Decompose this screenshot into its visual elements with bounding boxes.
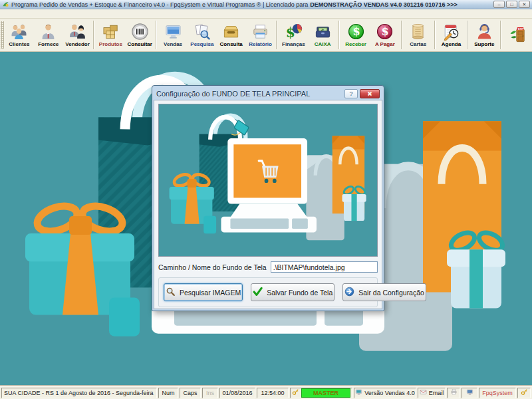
supplier-icon (39, 23, 57, 41)
toolbar-separator (434, 21, 436, 49)
status-version: Versão Vendas 4.0 (354, 388, 416, 398)
toolbar-pesquisa[interactable]: Pesquisa (188, 19, 217, 51)
products-icon (102, 23, 120, 41)
window-titlebar: Programa Pedido de Vendas + Estoque & Fi… (0, 0, 532, 9)
minimize-button[interactable]: – (493, 1, 505, 8)
toolbar-separator (500, 21, 501, 49)
sales-icon (164, 23, 182, 41)
wallpaper-preview (158, 104, 378, 257)
monitor-icon (355, 388, 362, 397)
terminal-icon (466, 388, 473, 397)
printer-icon (450, 388, 458, 397)
restore-button[interactable]: □ (506, 1, 517, 8)
toolbar-relatorio[interactable]: Relatório (246, 19, 275, 51)
toolbar: Clientes Fornece Vendedor Produtos Consu… (0, 19, 532, 52)
menu-bar (0, 9, 532, 19)
close-button[interactable]: ✕ (519, 1, 530, 8)
magnifier-icon (166, 287, 176, 298)
toolbar-separator (93, 21, 94, 49)
window-controls: – □ ✕ (493, 1, 530, 8)
toolbar-vendedor[interactable]: Vendedor (63, 19, 92, 51)
status-user: MASTER (290, 388, 352, 398)
status-email: Email (418, 388, 446, 398)
wallpaper-preview-image (159, 104, 377, 256)
toolbar-separator (276, 21, 277, 49)
app-icon (2, 1, 9, 8)
receive-icon (347, 23, 365, 41)
report-icon (251, 23, 269, 41)
toolbar-sair[interactable] (503, 19, 532, 51)
status-location: SUA CIDADE - RS 1 de Agosto de 2016 - Se… (1, 388, 157, 398)
dialog-titlebar[interactable]: Configuração do FUNDO DE TELA PRINCIPAL … (154, 87, 382, 100)
status-date: 01/08/2016 (219, 388, 255, 398)
letters-icon (409, 23, 427, 41)
clients-icon (10, 23, 28, 41)
toolbar-caixa[interactable]: CAIXA (308, 19, 337, 51)
inbox-icon (222, 23, 240, 41)
status-key (517, 388, 531, 398)
background-path-input[interactable] (271, 261, 378, 273)
go-icon (344, 287, 354, 298)
exit-config-button[interactable]: Sair da Configuração (342, 283, 426, 301)
toolbar-clientes[interactable]: Clientes (5, 19, 34, 51)
status-num: Num (158, 388, 178, 398)
toolbar-cartas[interactable]: Cartas (404, 19, 433, 51)
status-terminal (462, 388, 477, 398)
check-icon (253, 287, 263, 298)
toolbar-vendas[interactable]: Vendas (158, 19, 188, 51)
mail-icon (420, 388, 427, 397)
toolbar-consultar[interactable]: Consultar (125, 19, 154, 51)
desktop-area: Configuração do FUNDO DE TELA PRINCIPAL … (0, 52, 532, 386)
barcode-icon (131, 23, 149, 41)
search-image-button[interactable]: Pesquisar IMAGEM (164, 283, 243, 301)
status-brand: FpqSystem (479, 388, 516, 398)
status-caps: Caps (180, 388, 201, 398)
status-printer (447, 388, 460, 398)
finance-icon (285, 23, 303, 41)
toolbar-produtos[interactable]: Produtos (96, 19, 125, 51)
toolbar-agenda[interactable]: Agenda (437, 19, 466, 51)
toolbar-a-pagar[interactable]: A Pagar (370, 19, 400, 51)
toolbar-fornece[interactable]: Fornece (34, 19, 63, 51)
toolbar-suporte[interactable]: Suporte (469, 19, 499, 51)
toolbar-separator (467, 21, 468, 49)
pay-icon (376, 23, 394, 41)
status-ins: Ins (202, 388, 218, 398)
toolbar-separator (338, 21, 340, 49)
sellers-icon (68, 23, 86, 41)
support-icon (475, 23, 493, 41)
key-icon (521, 388, 528, 397)
window-title: Programa Pedido de Vendas + Estoque & Fi… (11, 1, 308, 8)
exit-icon (509, 26, 527, 44)
status-bar: SUA CIDADE - RS 1 de Agosto de 2016 - Se… (0, 386, 532, 399)
save-background-button[interactable]: Salvar Fundo de Tela (251, 283, 334, 301)
dialog-help-button[interactable]: ? (344, 89, 358, 98)
agenda-icon (442, 23, 460, 41)
cashbox-icon (314, 23, 332, 41)
window-title-license: DEMONSTRAÇÃO VENDAS v4.0 301216 010716 >… (310, 1, 457, 8)
path-label: Caminho / Nome do Fundo de Tela (158, 263, 267, 271)
status-time: 12:54:00 (257, 388, 289, 398)
background-config-dialog: Configuração do FUNDO DE TELA PRINCIPAL … (152, 85, 384, 311)
dialog-button-group: Pesquisar IMAGEM Salvar Fundo de Tela Sa… (158, 277, 378, 307)
key-icon (292, 388, 299, 397)
toolbar-receber[interactable]: Receber (341, 19, 370, 51)
search-docs-icon (193, 23, 211, 41)
toolbar-separator (401, 21, 402, 49)
toolbar-consulta[interactable]: Consulta (217, 19, 246, 51)
dialog-title: Configuração do FUNDO DE TELA PRINCIPAL (156, 90, 310, 98)
dialog-close-button[interactable]: ✕ (360, 89, 380, 98)
dialog-body: Caminho / Nome do Fundo de Tela Pesquisa… (154, 100, 382, 309)
toolbar-separator (156, 21, 157, 49)
toolbar-financas[interactable]: Finanças (279, 19, 308, 51)
